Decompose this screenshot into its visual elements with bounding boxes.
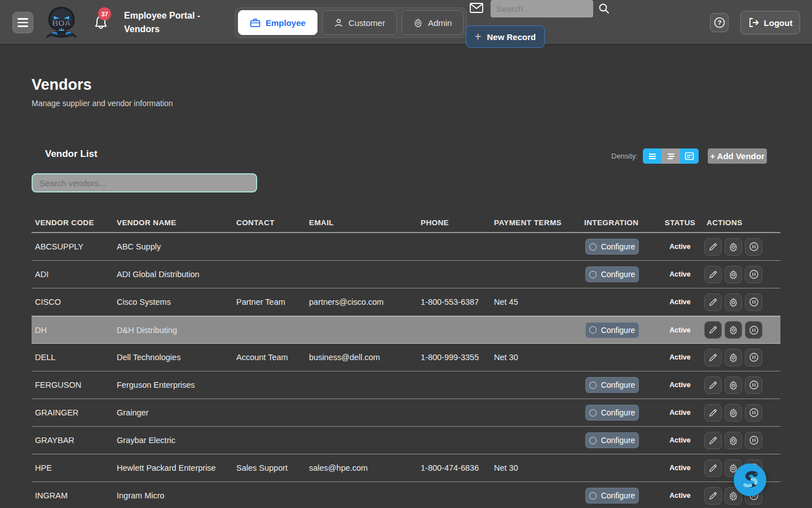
notifications-bell[interactable]: 37 <box>94 15 116 40</box>
configure-label: Configure <box>601 242 636 251</box>
settings-button[interactable] <box>725 266 742 283</box>
col-actions: Actions <box>703 218 780 227</box>
vendor-search-input[interactable] <box>32 173 257 192</box>
configure-button[interactable]: Configure <box>585 266 639 282</box>
col-integration: Integration <box>581 218 657 227</box>
configure-label: Configure <box>601 270 636 279</box>
edit-button[interactable] <box>704 294 722 311</box>
pause-circle-icon <box>749 435 759 445</box>
density-compact-button[interactable] <box>643 148 661 164</box>
vendor-code-cell: HPE <box>32 463 113 472</box>
pencil-icon <box>708 297 718 307</box>
pause-button[interactable] <box>745 432 762 449</box>
col-vendor-code: Vendor Code <box>32 218 113 227</box>
add-vendor-button[interactable]: + Add Vendor <box>708 148 767 164</box>
logout-button[interactable]: Logout <box>740 11 800 34</box>
vendor-code-cell: CISCO <box>32 297 113 306</box>
spacious-density-icon <box>685 152 694 160</box>
pencil-icon <box>708 325 718 335</box>
gear-icon <box>729 408 738 418</box>
edit-button[interactable] <box>704 349 722 366</box>
plus-icon: + <box>475 31 482 42</box>
col-phone: Phone <box>417 218 491 227</box>
pause-button[interactable] <box>745 349 762 366</box>
integration-cell: Configure <box>581 266 657 282</box>
table-row[interactable]: FERGUSON Ferguson Enterprises Configure … <box>32 371 780 399</box>
table-row[interactable]: GRAYBAR Graybar Electric Configure Activ… <box>32 427 780 454</box>
edit-button[interactable] <box>704 404 722 422</box>
tab-admin[interactable]: Admin <box>401 10 464 35</box>
status-badge: Active <box>657 492 703 500</box>
table-row[interactable]: ABCSUPPLY ABC Supply Configure Active <box>32 233 780 261</box>
page-title: Vendors <box>32 76 92 94</box>
table-row[interactable]: DELL Dell Technologies Account Team busi… <box>32 344 780 371</box>
configure-button[interactable]: Configure <box>585 405 639 421</box>
table-row[interactable]: INGRAM Ingram Micro Configure Active <box>32 482 780 508</box>
global-search-input[interactable] <box>491 0 593 17</box>
pencil-icon <box>708 463 718 473</box>
table-row[interactable]: CISCO Cisco Systems Partner Team partner… <box>32 288 780 316</box>
table-row[interactable]: GRAINGER Grainger Configure Active <box>32 399 780 427</box>
tab-employee[interactable]: Employee <box>238 10 317 35</box>
vendor-name-cell: Graybar Electric <box>113 436 233 445</box>
edit-button[interactable] <box>704 238 722 256</box>
boa-assistant-float-button[interactable] <box>734 463 766 496</box>
help-button[interactable]: ? <box>710 13 729 32</box>
gear-icon <box>413 18 423 28</box>
settings-button[interactable] <box>725 376 742 394</box>
email-cell: business@dell.com <box>306 353 417 362</box>
pause-button[interactable] <box>745 376 762 394</box>
settings-button[interactable] <box>725 321 742 339</box>
configure-button[interactable]: Configure <box>585 377 639 393</box>
edit-button[interactable] <box>704 321 722 339</box>
vendor-name-cell: Grainger <box>113 408 233 417</box>
edit-button[interactable] <box>704 266 722 283</box>
status-badge: Active <box>657 409 703 417</box>
person-icon <box>334 18 343 28</box>
tab-customer[interactable]: Customer <box>322 10 397 35</box>
tab-employee-label: Employee <box>266 18 306 28</box>
table-row[interactable]: DH D&H Distributing Configure Active <box>32 316 780 344</box>
edit-button[interactable] <box>704 459 722 477</box>
row-actions <box>703 266 780 283</box>
row-actions <box>703 376 780 394</box>
svg-text:BOA: BOA <box>52 19 71 28</box>
hamburger-menu-button[interactable] <box>12 12 33 33</box>
configure-button[interactable]: Configure <box>585 322 639 338</box>
pause-button[interactable] <box>745 321 762 339</box>
edit-button[interactable] <box>704 432 722 449</box>
pause-button[interactable] <box>745 294 762 311</box>
pause-circle-icon <box>749 269 759 279</box>
pause-button[interactable] <box>745 238 762 256</box>
gear-icon <box>729 270 738 279</box>
pause-button[interactable] <box>745 266 762 283</box>
table-header-row: Vendor Code Vendor Name Contact Email Ph… <box>32 213 780 233</box>
settings-button[interactable] <box>725 349 742 366</box>
briefcase-icon <box>250 18 261 28</box>
table-row[interactable]: HPE Hewlett Packard Enterprise Sales Sup… <box>32 454 780 482</box>
gear-icon <box>729 353 738 362</box>
settings-button[interactable] <box>725 238 742 256</box>
settings-button[interactable] <box>725 404 742 422</box>
search-icon[interactable] <box>598 2 610 17</box>
configure-button[interactable]: Configure <box>585 432 639 448</box>
settings-button[interactable] <box>725 294 742 311</box>
vendor-name-cell: Ingram Micro <box>113 491 233 500</box>
edit-button[interactable] <box>704 376 722 394</box>
density-comfortable-button[interactable] <box>661 148 680 164</box>
density-spacious-button[interactable] <box>680 148 699 164</box>
settings-button[interactable] <box>725 432 742 449</box>
integration-cell: Configure <box>581 322 657 338</box>
pause-button[interactable] <box>745 404 762 422</box>
table-row[interactable]: ADI ADI Global Distribution Configure Ac… <box>32 261 780 288</box>
mail-icon[interactable] <box>469 2 484 16</box>
logout-icon <box>748 17 760 28</box>
table-body: ABCSUPPLY ABC Supply Configure Active AD… <box>32 233 780 508</box>
edit-button[interactable] <box>704 487 722 505</box>
new-record-button[interactable]: + New Record <box>466 25 545 48</box>
gear-icon <box>729 436 738 445</box>
configure-button[interactable]: Configure <box>585 239 639 255</box>
configure-button[interactable]: Configure <box>585 488 639 503</box>
vendor-name-cell: Ferguson Enterprises <box>113 380 233 389</box>
vendor-name-cell: Cisco Systems <box>113 297 233 306</box>
